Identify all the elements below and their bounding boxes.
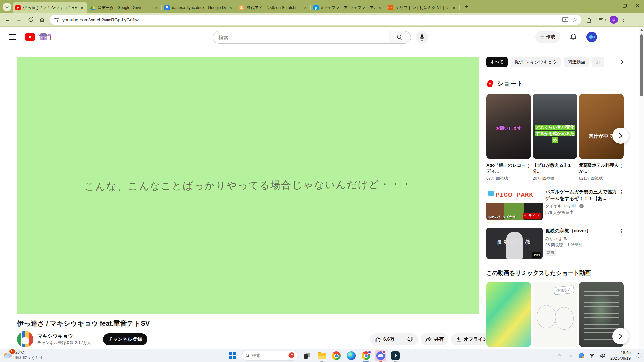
youtube-logo[interactable]: ✦ ✦: [25, 32, 52, 42]
shorts-scroll-right-button[interactable]: [612, 128, 629, 144]
browser-menu-icon[interactable]: ⋮: [621, 17, 626, 23]
chip-truncated[interactable]: お: [592, 57, 604, 67]
home-button[interactable]: [37, 15, 47, 25]
scrollbar-up-arrow[interactable]: [640, 29, 643, 31]
close-window-button[interactable]: ×: [636, 2, 639, 9]
wifi-icon[interactable]: [589, 354, 595, 358]
like-button[interactable]: 6.6万: [370, 333, 398, 345]
file-explorer-button[interactable]: [316, 350, 327, 361]
share-button[interactable]: 共有: [421, 333, 448, 345]
channel-name[interactable]: マキシウキョウ: [37, 333, 91, 339]
bookmark-star-icon[interactable]: ☆: [571, 16, 578, 23]
remix-short-thumbnail-1[interactable]: [486, 282, 531, 347]
short-title[interactable]: Ado「唱」のレコーディ...: [486, 162, 526, 174]
edge-button[interactable]: [345, 350, 357, 361]
remix-short-thumbnail-2[interactable]: 伊達さん: [533, 282, 577, 347]
tab-close-icon[interactable]: ×: [303, 5, 308, 10]
video-menu-icon[interactable]: ⋮: [619, 189, 624, 195]
video-title[interactable]: 孤独の宗教（cover）: [545, 228, 619, 234]
short-thumbnail-3[interactable]: 肉汁が中で: [579, 94, 624, 159]
search-button[interactable]: [389, 31, 411, 44]
video-player[interactable]: こんな、こんなことばっかりやってる場合じゃないんだけど・・・: [17, 57, 479, 314]
start-button[interactable]: [227, 350, 238, 361]
tab-google-drive[interactable]: 音データ - Google Drive ×: [87, 2, 162, 13]
shorts-section-header: ショート: [486, 79, 624, 88]
chip-from-channel[interactable]: 提供: マキシウキョウ: [511, 57, 561, 67]
chip-all[interactable]: すべて: [486, 57, 508, 67]
short-thumbnail-1[interactable]: お願いします: [486, 94, 531, 159]
chrome-button[interactable]: [331, 350, 342, 361]
remix-scroll-right-button[interactable]: [612, 328, 629, 344]
volume-icon[interactable]: [600, 353, 606, 358]
taskbar-search[interactable]: [241, 351, 298, 361]
tab-crypton[interactable]: CFM クリプトン | 初音ミク NT | クリプトン ×: [385, 2, 460, 13]
new-tab-button[interactable]: +: [462, 2, 471, 11]
speech-bubble-text: 伊達さん: [554, 285, 574, 295]
tray-blue-app-icon[interactable]: [578, 353, 584, 358]
tab-close-icon[interactable]: ×: [79, 5, 85, 10]
taskbar-search-input[interactable]: [252, 353, 286, 358]
short-menu-icon[interactable]: ⋮: [573, 163, 577, 168]
video-thumbnail[interactable]: PICO PARK あめみや タイヤキ ライブ: [486, 189, 543, 220]
install-app-icon[interactable]: [562, 16, 569, 23]
address-bar[interactable]: youtube.com/watch?v=cRGp-LyGo1w ☆: [50, 15, 581, 25]
dislike-button[interactable]: [404, 333, 418, 345]
tab-close-icon[interactable]: ×: [228, 5, 233, 10]
search-input[interactable]: [213, 31, 389, 44]
chrome-active-button[interactable]: [360, 350, 372, 361]
short-menu-icon[interactable]: ⋮: [526, 163, 531, 168]
tab-pixiv[interactable]: p #ウェブマニア ウェブマニアさん - SD / ×: [311, 2, 385, 13]
reload-button[interactable]: [25, 15, 36, 25]
notification-bell-icon[interactable]: z: [635, 353, 641, 358]
discord-button[interactable]: [375, 350, 386, 361]
reading-list-icon[interactable]: ♪: [599, 17, 606, 22]
back-button[interactable]: ←: [3, 15, 13, 25]
chips-scroll-right-icon[interactable]: [621, 60, 624, 64]
related-video-row[interactable]: 孤独の宗教 3:09 孤独の宗教（cover） ⋮ みかい よる 36 回視聴・…: [486, 228, 624, 259]
short-title[interactable]: 元高級ホテル料理人が...: [579, 162, 619, 174]
page-scrollbar[interactable]: [639, 27, 644, 349]
chip-related[interactable]: 関連動画: [564, 57, 589, 67]
short-title[interactable]: 【プロが教える】1分...: [533, 162, 573, 174]
tray-app-icon[interactable]: ×: [568, 353, 574, 358]
app-button[interactable]: [390, 350, 401, 361]
tab-close-icon[interactable]: ×: [451, 5, 457, 10]
weather-widget[interactable]: 9+ 28°C 晴れ時々くもり: [3, 350, 43, 360]
tab-scratch[interactable]: S 歴代アイコン集 on Scratch ×: [236, 2, 311, 13]
video-title[interactable]: パズルゲームガチ勢の三人で協力ゲームをするぞ！！！【あ...: [545, 189, 619, 202]
forward-button[interactable]: →: [14, 15, 24, 25]
related-sidebar: すべて 提供: マキシウキョウ 関連動画 お ショート お願いします どれくらい…: [486, 57, 624, 347]
taskbar-clock[interactable]: 18:45 2025/09/19: [610, 350, 631, 361]
tab-audio-icon[interactable]: [72, 6, 77, 10]
tab-title: #ウェブマニア ウェブマニアさん - SD /: [321, 5, 375, 11]
voice-search-button[interactable]: [416, 31, 428, 44]
video-thumbnail[interactable]: 孤独の宗教 3:09: [486, 228, 543, 259]
site-settings-icon[interactable]: [53, 16, 60, 23]
task-view-button[interactable]: [301, 350, 313, 361]
user-avatar[interactable]: [586, 32, 597, 42]
restore-button[interactable]: [623, 4, 627, 8]
subscribe-button[interactable]: チャンネル登録: [103, 333, 147, 345]
search-highlight-character: [288, 352, 296, 360]
short-menu-icon[interactable]: ⋮: [619, 163, 624, 168]
related-video-row[interactable]: PICO PARK あめみや タイヤキ ライブ パズルゲームガチ勢の三人で協力ゲ…: [486, 189, 624, 220]
notifications-bell-icon[interactable]: [570, 33, 577, 41]
create-button[interactable]: + 作成: [535, 31, 560, 43]
tab-youtube-video[interactable]: 伊っ達さ / マキシウキョウ feat.重 ×: [13, 2, 87, 13]
url-text[interactable]: youtube.com/watch?v=cRGp-LyGo1w: [62, 17, 559, 22]
tab-search-button[interactable]: [3, 3, 11, 11]
tab-close-icon[interactable]: ×: [154, 5, 159, 10]
extensions-icon[interactable]: [586, 17, 592, 23]
scrollbar-thumb[interactable]: [640, 34, 643, 96]
browser-profile-avatar[interactable]: ゆ: [610, 16, 618, 24]
tab-close-icon[interactable]: ×: [377, 5, 382, 10]
clock-time: 18:45: [621, 350, 631, 355]
guide-menu-button[interactable]: [9, 34, 16, 40]
short-thumbnail-2[interactable]: どれくらい音が変化するかを確かめるため: [533, 94, 577, 159]
pico-cat-icon: [488, 191, 494, 196]
minimize-button[interactable]: –: [611, 3, 614, 9]
video-menu-icon[interactable]: ⋮: [619, 228, 624, 234]
channel-avatar[interactable]: [17, 331, 33, 347]
tray-overflow-chevron[interactable]: [557, 354, 563, 357]
tab-google-docs[interactable]: dattesa_lyric.docx - Google Do ×: [162, 2, 236, 13]
